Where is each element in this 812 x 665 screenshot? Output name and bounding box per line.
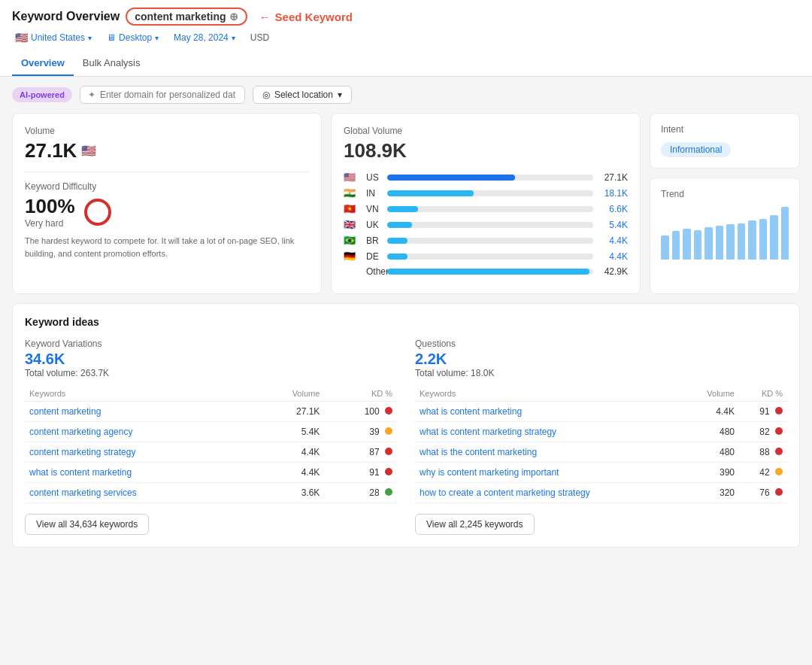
col-kd-var: KD % xyxy=(324,386,397,402)
bar-bg xyxy=(387,175,593,181)
keyword-link[interactable]: why is content marketing important xyxy=(420,467,559,478)
bar-bg xyxy=(387,206,593,212)
country-code: VN xyxy=(366,204,381,214)
keyword-link[interactable]: how to create a content marketing strate… xyxy=(420,487,590,498)
volume-flag: 🇺🇸 xyxy=(81,144,96,158)
view-all-questions-button[interactable]: View all 2,245 keywords xyxy=(415,514,535,535)
kd-cell: 87 xyxy=(324,442,397,463)
keyword-link[interactable]: what is content marketing xyxy=(29,467,132,478)
keyword-link[interactable]: content marketing agency xyxy=(29,427,132,437)
trend-bars xyxy=(661,207,789,260)
country-code: US xyxy=(366,172,381,183)
country-flag: 🇺🇸 xyxy=(15,32,28,44)
kd-dot-icon xyxy=(385,427,392,435)
seed-keyword-label: ← Seed Keyword xyxy=(259,11,353,23)
kd-cell: 28 xyxy=(324,483,397,503)
kd-cell: 88 xyxy=(739,442,787,463)
kd-value-wrap: 100% Very hard xyxy=(25,195,75,229)
country-label: United States xyxy=(31,32,85,43)
country-code: IN xyxy=(366,188,381,199)
keyword-link[interactable]: what is content marketing xyxy=(420,406,522,417)
country-flag-icon: 🇺🇸 xyxy=(344,172,360,183)
keyword-link[interactable]: content marketing xyxy=(29,406,101,417)
kd-dot-icon xyxy=(775,427,783,435)
title-row: Keyword Overview content marketing ⊕ ← S… xyxy=(12,8,800,26)
trend-bar-item xyxy=(748,220,756,260)
country-val: 42.9K xyxy=(599,266,628,277)
trend-card: Trend xyxy=(650,178,800,294)
bar-fill xyxy=(387,238,408,244)
kd-section: Keyword Difficulty 100% Very hard The ha… xyxy=(25,181,309,260)
trend-bar-item xyxy=(726,224,735,260)
questions-title: Questions xyxy=(415,339,787,349)
global-value: 108.9K xyxy=(344,139,628,162)
keyword-badge[interactable]: content marketing ⊕ xyxy=(126,8,247,26)
kd-sublabel: Very hard xyxy=(25,218,75,229)
domain-input-wrap[interactable]: ✦ xyxy=(80,86,245,104)
currency-label: USD xyxy=(250,32,269,43)
country-row: 🇮🇳 IN 18.1K xyxy=(344,187,628,199)
add-keyword-icon[interactable]: ⊕ xyxy=(229,11,238,23)
keyword-link[interactable]: content marketing strategy xyxy=(29,447,135,457)
page-title: Keyword Overview xyxy=(12,10,120,23)
country-val: 27.1K xyxy=(599,172,628,183)
top-bar: Keyword Overview content marketing ⊕ ← S… xyxy=(0,0,812,77)
keyword-text: content marketing xyxy=(135,11,226,23)
table-row: content marketing services 3.6K 28 xyxy=(25,483,397,503)
table-row: content marketing agency 5.4K 39 xyxy=(25,422,397,442)
country-code: BR xyxy=(366,235,381,246)
variations-table: Keywords Volume KD % content marketing 2… xyxy=(25,386,397,503)
kd-desc: The hardest keyword to compete for. It w… xyxy=(25,235,309,260)
device-label: Desktop xyxy=(119,32,152,43)
trend-bar-item xyxy=(716,226,724,260)
country-row: 🇬🇧 UK 5.4K xyxy=(344,219,628,230)
view-all-variations-button[interactable]: View all 34,634 keywords xyxy=(25,514,149,535)
bar-fill xyxy=(387,175,515,181)
country-filter[interactable]: 🇺🇸 United States ▾ xyxy=(12,30,95,45)
volume-cell: 320 xyxy=(684,483,739,503)
trend-bar-item xyxy=(770,215,778,260)
bar-bg xyxy=(387,238,593,244)
trend-bar-item xyxy=(781,207,789,260)
date-label: May 28, 2024 xyxy=(174,32,229,43)
volume-cell: 390 xyxy=(684,463,739,483)
date-filter[interactable]: May 28, 2024 ▾ xyxy=(171,31,238,44)
variations-title: Keyword Variations xyxy=(25,339,397,349)
country-code: DE xyxy=(366,251,381,262)
location-chevron: ▾ xyxy=(338,90,342,100)
trend-bar-item xyxy=(759,219,768,260)
col-keywords-var: Keywords xyxy=(25,386,253,402)
variations-subtitle: Total volume: 263.7K xyxy=(25,368,397,378)
volume-value: 27.1K 🇺🇸 xyxy=(25,139,309,162)
keyword-link[interactable]: content marketing services xyxy=(29,487,137,498)
tab-bulk-analysis[interactable]: Bulk Analysis xyxy=(74,51,150,76)
ai-toolbar: AI-powered ✦ ◎ Select location ▾ xyxy=(12,86,800,104)
keyword-link[interactable]: what is the content marketing xyxy=(420,447,537,457)
kd-dot-icon xyxy=(385,407,392,414)
country-flag-icon: 🇻🇳 xyxy=(344,203,360,214)
location-select[interactable]: ◎ Select location ▾ xyxy=(253,86,352,104)
volume-cell: 480 xyxy=(684,422,739,442)
volume-cell: 3.6K xyxy=(253,483,324,503)
country-row: 🇺🇸 US 27.1K xyxy=(344,172,628,183)
kd-row: 100% Very hard xyxy=(25,195,309,229)
keyword-ideas-section: Keyword ideas Keyword Variations 34.6K T… xyxy=(12,303,800,548)
col-volume-var: Volume xyxy=(253,386,324,402)
questions-table: Keywords Volume KD % what is content mar… xyxy=(415,386,787,503)
table-row: how to create a content marketing strate… xyxy=(415,483,787,503)
country-flag-icon: 🇬🇧 xyxy=(344,219,360,230)
col-volume-q: Volume xyxy=(684,386,739,402)
kd-dot-icon xyxy=(775,448,783,455)
domain-input[interactable] xyxy=(100,90,235,100)
bar-bg xyxy=(387,254,593,260)
trend-bar-item xyxy=(683,229,691,260)
country-chevron: ▾ xyxy=(88,34,92,42)
volume-cell: 4.4K xyxy=(253,463,324,483)
tab-overview[interactable]: Overview xyxy=(12,51,74,76)
country-row: 🇩🇪 DE 4.4K xyxy=(344,251,628,262)
intent-card: Intent Informational xyxy=(650,113,800,169)
kd-dot-icon xyxy=(385,448,392,455)
device-filter[interactable]: 🖥 Desktop ▾ xyxy=(104,31,162,44)
trend-bar-item xyxy=(738,223,746,260)
keyword-link[interactable]: what is content marketing strategy xyxy=(420,427,556,437)
